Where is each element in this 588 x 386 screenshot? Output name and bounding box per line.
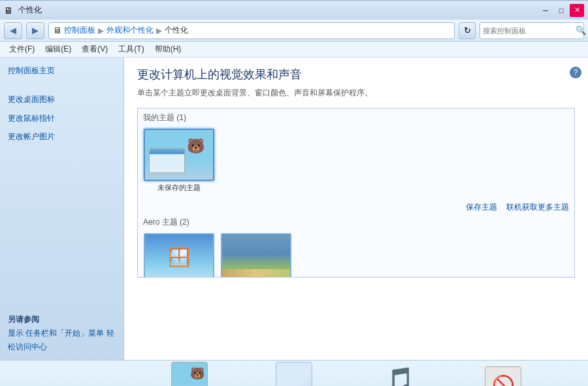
sidebar-item-taskbar[interactable]: 任务栏和「开始」菜单 (25, 329, 104, 338)
forward-button[interactable]: ▶ (26, 22, 44, 39)
theme-item-unsaved[interactable]: 🐻 未保存的主题 (143, 129, 215, 193)
bottom-item-desktop-bg[interactable]: 桌面背景 桌面背景 (137, 357, 242, 387)
theme-item-aero1[interactable]: 🪟 Windows 7 (143, 233, 215, 278)
bottom-item-sound[interactable]: 🎵 声音 Windows 默认 (346, 357, 451, 387)
main-layout: 控制面板主页 更改桌面图标 更改鼠标指针 更改帐户图片 另请参阅 显示 任务栏和… (0, 57, 588, 360)
theme-thumb-aero1: 🪟 (144, 233, 214, 278)
menu-tools[interactable]: 工具(T) (113, 42, 149, 57)
desktop-bg-icon (171, 362, 208, 387)
thumb-window-bar (150, 149, 184, 154)
thumb-win-logo: 🪟 (168, 246, 191, 268)
sidebar: 控制面板主页 更改桌面图标 更改鼠标指针 更改帐户图片 另请参阅 显示 任务栏和… (0, 57, 124, 360)
page-description: 单击某个主题立即更改桌面背景、窗口颜色、声音和屏幕保护程序。 (137, 88, 575, 99)
page-title: 更改计算机上的视觉效果和声音 (137, 67, 575, 82)
breadcrumb-current: 个性化 (165, 25, 188, 36)
window-title: 个性化 (18, 5, 42, 16)
theme-panel: 我的主题 (1) 🐻 未保存的主题 (137, 108, 575, 278)
bottom-item-window-color[interactable]: 窗口颜色 天空 (242, 357, 346, 387)
thumb-aero2-bg (222, 234, 290, 278)
title-bar: 🖥 个性化 ─ □ ✕ (0, 0, 588, 20)
sidebar-item-desktop-icons[interactable]: 更改桌面图标 (8, 93, 116, 106)
theme-item-aero2[interactable]: 风景 (220, 233, 292, 278)
menu-bar: 文件(F) 编辑(E) 查看(V) 工具(T) 帮助(H) (0, 42, 588, 57)
sidebar-item-home[interactable]: 控制面板主页 (8, 64, 116, 77)
my-themes-grid: 🐻 未保存的主题 (138, 126, 574, 198)
thumb-unsaved-bg: 🐻 (145, 130, 213, 180)
also-section-label: 另请参阅 (8, 314, 116, 325)
theme-thumb-unsaved: 🐻 (144, 129, 214, 181)
thumb-aero1-bg: 🪟 (145, 234, 213, 278)
screensaver-icon: 🚫 (485, 366, 521, 386)
sidebar-item-display[interactable]: 显示 (8, 329, 24, 338)
address-bar: ◀ ▶ 🖥 控制面板 ▶ 外观和个性化 ▶ 个性化 ↻ 🔍 (0, 20, 588, 42)
online-themes-link[interactable]: 联机获取更多主题 (506, 202, 569, 213)
thumb-landscape (222, 234, 290, 278)
bottom-bar: 桌面背景 桌面背景 窗口颜色 天空 🎵 声音 Windows 默认 🚫 屏幕保护… (0, 360, 588, 386)
thumb-bear-icon: 🐻 (187, 138, 206, 157)
sidebar-item-mouse-pointers[interactable]: 更改鼠标指针 (8, 112, 116, 125)
back-button[interactable]: ◀ (4, 22, 22, 39)
desktop-bg-image (171, 362, 208, 387)
window-color-image (276, 362, 312, 387)
breadcrumb: 🖥 控制面板 ▶ 外观和个性化 ▶ 个性化 (48, 22, 455, 39)
aero-themes-grid: 🪟 Windows 7 风景 (138, 231, 574, 278)
content-area: ? 更改计算机上的视觉效果和声音 单击某个主题立即更改桌面背景、窗口颜色、声音和… (124, 57, 588, 360)
search-input[interactable] (483, 27, 573, 35)
theme-name-unsaved: 未保存的主题 (157, 183, 201, 193)
theme-thumb-aero2 (221, 233, 291, 278)
my-themes-label: 我的主题 (1) (138, 108, 574, 126)
aero-themes-label: Aero 主题 (2) (138, 213, 574, 231)
screensaver-image: 🚫 (485, 366, 521, 386)
title-bar-left: 🖥 个性化 (4, 5, 42, 16)
thumb-window (149, 148, 185, 173)
close-button[interactable]: ✕ (570, 4, 584, 17)
help-button[interactable]: ? (570, 67, 581, 78)
title-buttons: ─ □ ✕ (538, 4, 584, 17)
save-theme-link[interactable]: 保存主题 (466, 202, 497, 213)
sidebar-item-account-pic[interactable]: 更改帐户图片 (8, 130, 116, 143)
maximize-button[interactable]: □ (554, 4, 568, 17)
breadcrumb-control-panel[interactable]: 控制面板 (64, 25, 95, 36)
menu-view[interactable]: 查看(V) (76, 42, 113, 57)
search-bar: 🔍 (480, 22, 584, 39)
sound-icon: 🎵 (380, 362, 417, 387)
save-link-row: 保存主题 联机获取更多主题 (138, 198, 574, 213)
search-icon[interactable]: 🔍 (576, 25, 586, 35)
menu-help[interactable]: 帮助(H) (150, 42, 187, 57)
breadcrumb-appearance[interactable]: 外观和个性化 (106, 25, 154, 36)
window-color-icon (276, 362, 312, 387)
menu-file[interactable]: 文件(F) (4, 42, 40, 57)
bottom-item-screensaver[interactable]: 🚫 屏幕保护程序 (451, 361, 555, 386)
refresh-button[interactable]: ↻ (459, 22, 476, 39)
minimize-button[interactable]: ─ (538, 4, 553, 17)
menu-edit[interactable]: 编辑(E) (40, 42, 76, 57)
window-icon: 🖥 (4, 5, 13, 16)
